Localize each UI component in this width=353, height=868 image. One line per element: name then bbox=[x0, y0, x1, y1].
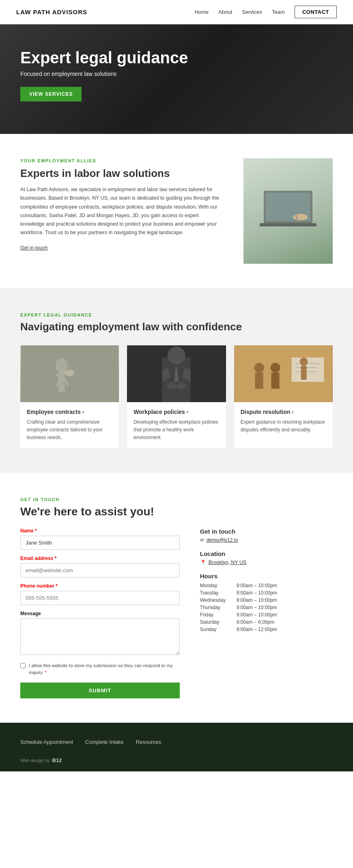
location-icon: 📍 bbox=[200, 560, 206, 565]
service-card-img-3 bbox=[234, 345, 333, 402]
footer-credit-brand: B12 bbox=[52, 757, 62, 763]
footer-credit-prefix: Web design by bbox=[20, 758, 50, 763]
hours-day: Wednesday bbox=[200, 597, 237, 604]
consent-label: I allow this website to store my submiss… bbox=[29, 662, 180, 676]
about-heading: Experts in labor law solutions bbox=[20, 167, 223, 180]
services-tag: EXPERT LEGAL GUIDANCE bbox=[20, 312, 333, 317]
services-section: EXPERT LEGAL GUIDANCE Navigating employm… bbox=[0, 288, 353, 473]
about-text: YOUR EMPLOYMENT ALLIES Experts in labor … bbox=[20, 158, 223, 251]
footer-bottom: Web design by B12 bbox=[20, 757, 333, 763]
nav-services[interactable]: Services bbox=[242, 9, 262, 15]
svg-point-23 bbox=[270, 363, 280, 373]
form-message-group: Message bbox=[20, 611, 180, 657]
contact-heading: We're here to assist you! bbox=[20, 505, 333, 518]
message-label: Message bbox=[20, 611, 180, 616]
service-card-title-2: Workplace policies › bbox=[133, 409, 219, 415]
form-phone-group: Phone number * bbox=[20, 583, 180, 605]
services-heading: Navigating employment law with confidenc… bbox=[20, 321, 333, 333]
info-block-contact: Get in touch ✉ demo@b12.io bbox=[200, 528, 333, 543]
email-link[interactable]: demo@b12.io bbox=[207, 537, 238, 543]
svg-rect-25 bbox=[291, 358, 324, 382]
info-title-hours: Hours bbox=[200, 573, 333, 579]
service-card-body-3: Dispute resolution › Expert guidance in … bbox=[234, 402, 333, 440]
nav-home[interactable]: Home bbox=[195, 9, 209, 15]
service-card-desc-3: Expert guidance in resolving workplace d… bbox=[241, 418, 326, 434]
svg-point-19 bbox=[176, 383, 186, 389]
about-link[interactable]: Get in touch bbox=[20, 245, 47, 251]
hours-time: 9:00am – 10:00pm bbox=[237, 604, 333, 611]
email-required-star: * bbox=[55, 556, 57, 561]
service-card-contracts[interactable]: Employee contracts › Crafting clear and … bbox=[20, 345, 119, 448]
form-email-group: Email address * bbox=[20, 556, 180, 577]
hero-cta-button[interactable]: VIEW SERVICES bbox=[20, 87, 82, 101]
nav-about[interactable]: About bbox=[218, 9, 232, 15]
hours-time: 9:00am – 6:00pm bbox=[237, 618, 333, 626]
footer-link-resources[interactable]: Resources bbox=[136, 739, 161, 745]
suit-illustration bbox=[127, 345, 226, 402]
svg-point-9 bbox=[65, 370, 75, 376]
svg-point-6 bbox=[56, 358, 68, 373]
info-block-location: Location 📍 Brooklyn, NY US bbox=[200, 550, 333, 565]
svg-point-14 bbox=[168, 347, 185, 364]
about-tag: YOUR EMPLOYMENT ALLIES bbox=[20, 158, 223, 163]
submit-button[interactable]: SUBMIT bbox=[20, 683, 180, 698]
phone-input[interactable] bbox=[20, 591, 180, 605]
name-label: Name * bbox=[20, 528, 180, 534]
message-textarea[interactable] bbox=[20, 618, 180, 655]
hours-day: Friday bbox=[200, 611, 237, 618]
service-card-dispute[interactable]: Dispute resolution › Expert guidance in … bbox=[234, 345, 333, 448]
footer-link-schedule[interactable]: Schedule Appointment bbox=[20, 739, 73, 745]
about-section: YOUR EMPLOYMENT ALLIES Experts in labor … bbox=[0, 134, 353, 288]
about-image bbox=[243, 158, 333, 264]
service-card-desc-1: Crafting clear and comprehensive employe… bbox=[27, 418, 112, 442]
hours-time: 9:00am – 10:00pm bbox=[237, 611, 333, 618]
hours-day: Tuesday bbox=[200, 589, 237, 597]
service-card-body-2: Workplace policies › Developing effectiv… bbox=[127, 402, 226, 448]
contact-section: GET IN TOUCH We're here to assist you! N… bbox=[0, 473, 353, 723]
info-row-email: ✉ demo@b12.io bbox=[200, 537, 333, 543]
phone-required-star: * bbox=[56, 583, 58, 589]
contact-info: Get in touch ✉ demo@b12.io Location 📍 Br… bbox=[200, 528, 333, 699]
svg-point-18 bbox=[167, 383, 176, 389]
hours-day: Saturday bbox=[200, 618, 237, 626]
about-body: At Law Path Advisors, we specialize in e… bbox=[20, 185, 223, 237]
nav-links: Home About Services Team CONTACT bbox=[195, 6, 337, 18]
info-title-location: Location bbox=[200, 550, 333, 557]
nav-contact-button[interactable]: CONTACT bbox=[295, 6, 337, 18]
hours-row: Wednesday9:00am – 10:00pm bbox=[200, 597, 333, 604]
contact-tag: GET IN TOUCH bbox=[20, 497, 333, 502]
hours-row: Tuesday9:00am – 10:00pm bbox=[200, 589, 333, 597]
name-input[interactable] bbox=[20, 536, 180, 550]
email-label: Email address * bbox=[20, 556, 180, 561]
svg-rect-22 bbox=[255, 373, 263, 389]
consent-checkbox[interactable] bbox=[20, 663, 26, 668]
contact-form: Name * Email address * Phone number * bbox=[20, 528, 180, 699]
hours-day: Monday bbox=[200, 582, 237, 589]
service-card-policies[interactable]: Workplace policies › Developing effectiv… bbox=[127, 345, 226, 448]
nav-team[interactable]: Team bbox=[272, 9, 285, 15]
footer-link-intake[interactable]: Complete Intake bbox=[85, 739, 124, 745]
svg-rect-2 bbox=[260, 223, 316, 226]
form-checkbox-row: I allow this website to store my submiss… bbox=[20, 662, 180, 676]
location-link[interactable]: Brooklyn, NY US bbox=[209, 560, 247, 565]
info-title-contact: Get in touch bbox=[200, 528, 333, 535]
email-input[interactable] bbox=[20, 563, 180, 577]
hero-content: Expert legal guidance Focused on employm… bbox=[0, 24, 353, 126]
hours-day: Thursday bbox=[200, 604, 237, 611]
arrow-icon-2: › bbox=[187, 409, 188, 415]
svg-point-29 bbox=[299, 358, 308, 366]
services-cards: Employee contracts › Crafting clear and … bbox=[20, 345, 333, 448]
contact-layout: Name * Email address * Phone number * bbox=[20, 528, 333, 699]
arrow-icon-3: › bbox=[292, 409, 294, 415]
svg-point-21 bbox=[254, 363, 264, 373]
hours-row: Monday9:00am – 10:00pm bbox=[200, 582, 333, 589]
arrow-icon-1: › bbox=[82, 409, 84, 415]
hours-row: Friday9:00am – 10:00pm bbox=[200, 611, 333, 618]
svg-rect-24 bbox=[271, 373, 279, 389]
email-icon: ✉ bbox=[200, 537, 204, 543]
hero-title: Expert legal guidance bbox=[20, 49, 333, 67]
phone-label: Phone number * bbox=[20, 583, 180, 589]
meeting-illustration bbox=[234, 345, 333, 402]
hours-time: 9:00am – 10:00pm bbox=[237, 589, 333, 597]
footer: Schedule Appointment Complete Intake Res… bbox=[0, 723, 353, 771]
